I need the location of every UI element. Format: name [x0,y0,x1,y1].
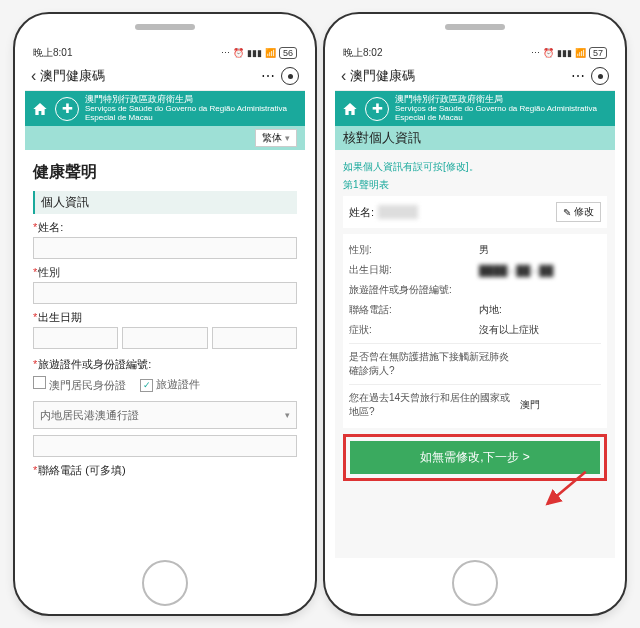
lang-label: 繁体 [262,132,282,143]
content-right: 如果個人資訊有誤可按[修改]。 第1聲明表 姓名: ✎ 修改 性別:男 出生日期… [335,150,615,558]
more-icon: ⋯ [531,48,540,58]
battery-icon: 56 [279,47,297,59]
home-icon[interactable] [31,101,49,117]
shield-icon: ✚ [55,97,79,121]
label-phone: *聯絡電話 (可多填) [33,463,297,478]
status-time: 晚上8:02 [343,46,382,60]
home-button[interactable] [452,560,498,606]
row-symptom-v: 沒有以上症狀 [471,323,601,337]
cb-travel-doc[interactable]: ✓旅遊證件 [140,377,200,392]
label-gender: *性別 [33,265,297,280]
nav-title: 澳門健康碼 [350,67,571,85]
chevron-down-icon: ▾ [285,410,290,420]
status-bar: 晚上8:01 ⋯ ⏰ ▮▮▮ 📶 56 [25,44,305,62]
label-id-doc: *旅遊證件或身份證編號: [33,357,297,372]
name-input[interactable] [33,237,297,259]
row-contact-k: 是否曾在無防護措施下接觸新冠肺炎確診病人? [349,350,512,378]
name-value-blurred [378,205,418,219]
content-left: 健康聲明 個人資訊 *姓名: *性別 *出生日期 *旅遊證件或身份證編號: 澳門… [25,150,305,558]
row-travel-v: 澳門 [512,398,601,412]
nav-title: 澳門健康碼 [40,67,261,85]
page-title: 健康聲明 [33,162,297,183]
screen-left: 晚上8:01 ⋯ ⏰ ▮▮▮ 📶 56 ‹ 澳門健康碼 ⋯ ✚ 澳門特別行政區政… [25,44,305,558]
name-label: 姓名: [349,205,374,220]
menu-dots-icon[interactable]: ⋯ [261,68,275,84]
row-dob-v: ████ - ██ - ██ [471,265,601,276]
more-icon: ⋯ [221,48,230,58]
next-highlight-box: 如無需修改,下一步 > [343,434,607,481]
banner-pt: Serviços de Saúde do Governo da Região A… [395,105,609,123]
header-banner: ✚ 澳門特別行政區政府衛生局 Serviços de Saúde do Gove… [25,91,305,126]
back-icon[interactable]: ‹ [31,67,36,85]
dob-day-input[interactable] [212,327,297,349]
row-iddoc-k: 旅遊證件或身份證編號: [349,283,471,297]
back-icon[interactable]: ‹ [341,67,346,85]
target-icon[interactable] [281,67,299,85]
doc-type-row: 澳門居民身份證 ✓旅遊證件 [33,376,297,393]
pencil-icon: ✎ [563,207,571,218]
home-button[interactable] [142,560,188,606]
phone-right: 晚上8:02 ⋯ ⏰ ▮▮▮ 📶 57 ‹ 澳門健康碼 ⋯ ✚ 澳門特別行政區政… [323,12,627,616]
hint-declaration-num: 第1聲明表 [343,178,607,192]
chevron-down-icon: ▾ [285,133,290,143]
row-gender-k: 性別: [349,243,471,257]
name-row: 姓名: ✎ 修改 [343,196,607,228]
lang-select[interactable]: 繁体 ▾ [255,129,297,147]
label-dob: *出生日期 [33,310,297,325]
doc-number-input[interactable] [33,435,297,457]
banner-text: 澳門特別行政區政府衛生局 Serviços de Saúde do Govern… [85,95,299,122]
header-banner: ✚ 澳門特別行政區政府衛生局 Serviços de Saúde do Gove… [335,91,615,126]
screen-right: 晚上8:02 ⋯ ⏰ ▮▮▮ 📶 57 ‹ 澳門健康碼 ⋯ ✚ 澳門特別行政區政… [335,44,615,558]
signal-icon: ▮▮▮ [557,48,572,58]
nav-bar: ‹ 澳門健康碼 ⋯ [25,62,305,91]
menu-dots-icon[interactable]: ⋯ [571,68,585,84]
row-symptom-k: 症狀: [349,323,471,337]
dob-row [33,327,297,351]
home-icon[interactable] [341,101,359,117]
edit-button-label: 修改 [574,205,594,219]
alarm-icon: ⏰ [233,48,244,58]
row-phone-k: 聯絡電話: [349,303,471,317]
dob-month-input[interactable] [122,327,207,349]
target-icon[interactable] [591,67,609,85]
hint-correction: 如果個人資訊有誤可按[修改]。 [343,160,607,174]
status-time: 晚上8:01 [33,46,72,60]
status-icons: ⋯ ⏰ ▮▮▮ 📶 56 [221,47,297,59]
lang-bar: 繁体 ▾ [25,126,305,150]
next-button[interactable]: 如無需修改,下一步 > [350,441,600,474]
info-card: 性別:男 出生日期:████ - ██ - ██ 旅遊證件或身份證編號: 聯絡電… [343,234,607,428]
doc-selector-label: 内地居民港澳通行證 [40,408,139,423]
row-gender-v: 男 [471,243,601,257]
edit-button[interactable]: ✎ 修改 [556,202,601,222]
section-personal: 個人資訊 [33,191,297,214]
banner-pt: Serviços de Saúde do Governo da Região A… [85,105,299,123]
alarm-icon: ⏰ [543,48,554,58]
status-icons: ⋯ ⏰ ▮▮▮ 📶 57 [531,47,607,59]
row-travel-k: 您在過去14天曾旅行和居住的國家或地區? [349,391,512,419]
banner-text: 澳門特別行政區政府衛生局 Serviços de Saúde do Govern… [395,95,609,122]
wifi-icon: 📶 [265,48,276,58]
doc-selector[interactable]: 内地居民港澳通行證 ▾ [33,401,297,429]
dob-year-input[interactable] [33,327,118,349]
wifi-icon: 📶 [575,48,586,58]
section-title: 核對個人資訊 [335,126,615,150]
cb-macau-id[interactable]: 澳門居民身份證 [33,376,126,393]
label-name: *姓名: [33,220,297,235]
shield-icon: ✚ [365,97,389,121]
row-phone-v: 内地: [471,303,601,317]
row-dob-k: 出生日期: [349,263,471,277]
gender-input[interactable] [33,282,297,304]
phone-left: 晚上8:01 ⋯ ⏰ ▮▮▮ 📶 56 ‹ 澳門健康碼 ⋯ ✚ 澳門特別行政區政… [13,12,317,616]
battery-icon: 57 [589,47,607,59]
signal-icon: ▮▮▮ [247,48,262,58]
nav-bar: ‹ 澳門健康碼 ⋯ [335,62,615,91]
status-bar: 晚上8:02 ⋯ ⏰ ▮▮▮ 📶 57 [335,44,615,62]
